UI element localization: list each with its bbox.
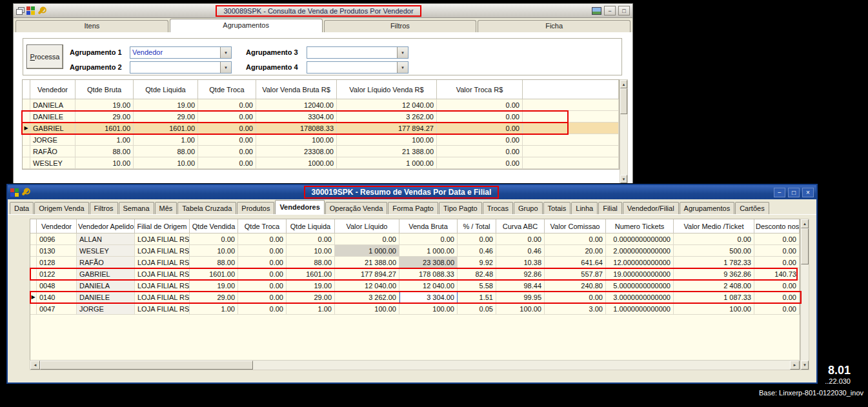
tab-itens[interactable]: Itens xyxy=(15,20,168,32)
grid-cell[interactable]: DANIELE xyxy=(77,292,135,303)
table-row[interactable]: 0047JORGELOJA FILIAL RS1.000.001.00100.0… xyxy=(30,303,800,315)
grid-cell[interactable]: LOJA FILIAL RS xyxy=(135,245,190,257)
grid-cell[interactable]: 0140 xyxy=(37,292,77,303)
scrollbar-thumb[interactable] xyxy=(801,228,809,264)
grid-cell[interactable]: 1.00 xyxy=(287,303,335,315)
column-header[interactable]: Vendedor Apelido xyxy=(77,219,135,233)
grid-cell[interactable]: 10.38 xyxy=(496,257,545,268)
table-row[interactable]: ▶0140DANIELELOJA FILIAL RS29.000.0029.00… xyxy=(30,292,800,303)
cascade-windows-icon[interactable] xyxy=(16,7,24,14)
grid-cell[interactable]: 0.00 xyxy=(437,123,523,134)
grid-cell[interactable]: 3.00 xyxy=(545,303,606,315)
table-row[interactable]: 0096ALLANLOJA FILIAL RS0.000.000.000.000… xyxy=(30,233,800,245)
grid-cell[interactable]: 82.48 xyxy=(458,268,496,280)
download-icon[interactable] xyxy=(10,248,26,261)
grid-cell[interactable]: WESLEY xyxy=(77,245,135,257)
grid-cell[interactable]: 0048 xyxy=(37,280,77,292)
table-row[interactable]: 0048DANIELALOJA FILIAL RS19.000.0019.001… xyxy=(30,280,800,292)
table-row[interactable]: 0128RAFÃOLOJA FILIAL RS88.000.0088.0021 … xyxy=(30,257,800,268)
grid-cell[interactable]: RAFÃO xyxy=(77,257,135,268)
grid-cell[interactable]: JORGE xyxy=(77,303,135,315)
grid-cell[interactable]: 0.00 xyxy=(437,111,523,123)
maximize-button[interactable]: □ xyxy=(788,188,800,197)
grid-cell[interactable]: 23308.00 xyxy=(256,146,337,157)
grid-cell[interactable]: 29.00 xyxy=(287,292,335,303)
table-row[interactable]: 0122GABRIELLOJA FILIAL RS1601.000.001601… xyxy=(30,268,800,280)
grid-cell[interactable]: 19.00 xyxy=(190,280,238,292)
grid-cell[interactable]: 0.00 xyxy=(754,280,800,292)
grid-cell[interactable]: 100.00 xyxy=(256,134,337,146)
grid-cell[interactable]: 0.00 xyxy=(238,280,287,292)
scrollbar-thumb[interactable] xyxy=(620,88,627,114)
column-header[interactable]: Qtde Bruta xyxy=(76,80,134,99)
grid-cell[interactable]: RAFÃO xyxy=(30,146,76,157)
grid-cell[interactable]: 0.00 xyxy=(198,111,256,123)
grid-cell[interactable]: 88.00 xyxy=(190,257,238,268)
app-grid-icon[interactable] xyxy=(10,188,19,197)
column-header[interactable]: Valor Medio /Ticket xyxy=(674,219,754,233)
grid-cell[interactable]: 21 388.00 xyxy=(337,146,437,157)
grid-cell[interactable]: 9.92 xyxy=(458,257,496,268)
grid-cell[interactable]: LOJA FILIAL RS xyxy=(135,280,190,292)
table-row[interactable]: WESLEY10.0010.000.001000.001 000.000.00 xyxy=(23,157,619,169)
wrench-icon[interactable] xyxy=(37,7,45,14)
grid-cell[interactable]: 0.00 xyxy=(238,268,287,280)
tab-data[interactable]: Data xyxy=(10,202,34,214)
table-row[interactable]: JORGE1.001.000.00100.00100.000.00 xyxy=(23,134,619,146)
grid-cell[interactable]: 641.64 xyxy=(545,257,606,268)
grid-cell[interactable]: 12040.00 xyxy=(256,99,337,111)
grid-cell[interactable]: 98.44 xyxy=(496,280,545,292)
grid-cell[interactable]: 99.95 xyxy=(496,292,545,303)
tab-cartões[interactable]: Cartões xyxy=(735,202,769,214)
grid-cell[interactable]: 0.00 xyxy=(287,233,335,245)
column-header[interactable]: Numero Tickets xyxy=(606,219,674,233)
agrupamento-3-combo[interactable]: ▼ xyxy=(307,46,409,59)
column-header[interactable]: Valor Troca R$ xyxy=(437,80,523,99)
grid-cell[interactable]: 23 308.00 xyxy=(399,257,458,268)
column-header[interactable]: Qtde Troca xyxy=(198,80,256,99)
grid-cell[interactable]: 0.00 xyxy=(754,292,800,303)
scroll-down-icon[interactable]: ▼ xyxy=(620,175,627,183)
scroll-up-icon[interactable]: ▲ xyxy=(801,219,809,228)
grid-cell[interactable]: 0.00 xyxy=(198,146,256,157)
grid-cell[interactable]: 0.00 xyxy=(238,245,287,257)
agrupamento-1-combo[interactable]: Vendedor ▼ xyxy=(130,46,232,59)
grid-cell[interactable]: 0.00 xyxy=(238,292,287,303)
grid-cell[interactable]: 10.00 xyxy=(190,245,238,257)
chevron-down-icon[interactable]: ▼ xyxy=(397,62,408,73)
grid-cell[interactable]: 0.00 xyxy=(437,99,523,111)
processa-button[interactable]: Processa xyxy=(26,45,63,69)
grid-cell[interactable]: LOJA FILIAL RS xyxy=(135,233,190,245)
agrupamento-2-combo[interactable]: ▼ xyxy=(130,61,232,74)
grid-cell[interactable]: 100.00 xyxy=(496,303,545,315)
grid-cell[interactable]: DANIELE xyxy=(30,111,76,123)
grid-cell[interactable]: 1000.00 xyxy=(256,157,337,169)
grid-cell[interactable]: 0.00 xyxy=(437,146,523,157)
scrollbar-thumb[interactable] xyxy=(40,361,253,370)
grid-cell[interactable]: 0047 xyxy=(37,303,77,315)
tab-origem-venda[interactable]: Origem Venda xyxy=(34,202,88,214)
grid-cell[interactable]: 29.00 xyxy=(76,111,134,123)
grid-cell[interactable]: 177 894.27 xyxy=(337,123,437,134)
column-header[interactable]: Valor Venda Bruta R$ xyxy=(256,80,337,99)
minimize-button[interactable]: − xyxy=(604,6,616,15)
grid-cell[interactable]: 0096 xyxy=(37,233,77,245)
grid-cell[interactable]: 9 362.86 xyxy=(674,268,754,280)
grid-cell[interactable]: 0.00 xyxy=(198,99,256,111)
grid-cell[interactable]: LOJA FILIAL RS xyxy=(135,303,190,315)
grid-cell[interactable]: 3 262.00 xyxy=(335,292,399,303)
grid-cell[interactable]: 3 304.00 xyxy=(399,292,458,303)
grid-cell[interactable]: 1.0000000000000 xyxy=(606,303,674,315)
column-header[interactable]: Qtde Troca xyxy=(238,219,287,233)
grid-cell[interactable]: 20.00 xyxy=(545,245,606,257)
grid-cell[interactable]: 0.00 xyxy=(198,123,256,134)
tab-produtos[interactable]: Produtos xyxy=(237,202,274,214)
table-row[interactable]: DANIELA19.0019.000.0012040.0012 040.000.… xyxy=(23,99,619,111)
grid-cell[interactable]: 0.00 xyxy=(437,134,523,146)
scroll-right-icon[interactable]: ► xyxy=(790,361,800,370)
grid-cell[interactable]: 0.00 xyxy=(754,303,800,315)
table-row[interactable]: ▶GABRIEL1601.001601.000.00178088.33177 8… xyxy=(23,123,619,134)
column-header[interactable]: Curva ABC xyxy=(496,219,545,233)
tab-filtros[interactable]: Filtros xyxy=(324,20,477,32)
minimize-button[interactable]: − xyxy=(774,188,785,197)
